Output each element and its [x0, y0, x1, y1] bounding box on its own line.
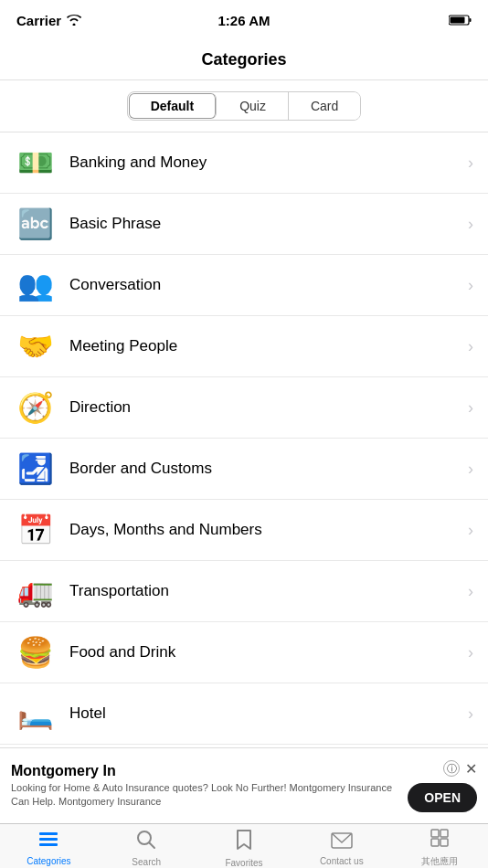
- ad-title: Montgomery In: [11, 763, 398, 779]
- status-bar: Carrier 1:26 AM: [0, 0, 488, 40]
- category-item-transportation[interactable]: 🚛 Transportation ›: [0, 561, 488, 622]
- chevron-icon-food-drink: ›: [468, 643, 473, 662]
- svg-rect-5: [39, 843, 58, 846]
- status-right: [449, 15, 472, 26]
- tab-search[interactable]: Search: [98, 826, 196, 867]
- tab-bar: Categories Search Favorites Contact us: [0, 823, 488, 868]
- category-icon-basic-phrase: 🔤: [15, 203, 57, 245]
- svg-rect-11: [431, 839, 439, 846]
- ad-close-button[interactable]: ✕: [465, 760, 477, 778]
- chevron-icon-basic-phrase: ›: [468, 215, 473, 234]
- category-label-direction: Direction: [69, 398, 468, 417]
- favorites-tab-icon: [236, 829, 252, 851]
- category-item-days-months[interactable]: 📅 Days, Months and Numbers ›: [0, 500, 488, 561]
- category-icon-border-customs: 🛃: [15, 448, 57, 490]
- tab-contact[interactable]: Contact us: [292, 827, 390, 866]
- category-icon-conversation: 👥: [15, 264, 57, 306]
- category-item-direction[interactable]: 🧭 Direction ›: [0, 377, 488, 439]
- category-item-basic-phrase[interactable]: 🔤 Basic Phrase ›: [0, 194, 488, 255]
- category-item-banking[interactable]: 💵 Banking and Money ›: [0, 132, 488, 194]
- category-icon-banking: 💵: [15, 142, 57, 184]
- page-title: Categories: [201, 50, 286, 69]
- segment-quiz[interactable]: Quiz: [217, 92, 289, 120]
- category-label-transportation: Transportation: [69, 582, 468, 600]
- ad-open-button[interactable]: OPEN: [408, 783, 477, 812]
- nav-bar: Categories: [0, 40, 488, 80]
- tab-label-search: Search: [132, 857, 161, 867]
- category-icon-days-months: 📅: [15, 509, 57, 551]
- svg-rect-2: [451, 17, 465, 24]
- tab-label-other: 其他應用: [421, 855, 458, 868]
- chevron-icon-border-customs: ›: [468, 460, 473, 479]
- svg-rect-12: [440, 839, 448, 846]
- tab-icon-favorites: [236, 829, 252, 856]
- ad-description: Looking for Home & Auto Insurance quotes…: [11, 781, 398, 810]
- category-label-food-drink: Food and Drink: [69, 643, 468, 662]
- svg-line-7: [150, 842, 155, 848]
- tab-icon-contact: [331, 831, 353, 854]
- wifi-icon: [67, 15, 81, 26]
- category-icon-hotel: 🛏️: [15, 693, 57, 735]
- chevron-icon-hotel: ›: [468, 704, 473, 724]
- tab-label-favorites: Favorites: [225, 858, 262, 868]
- chevron-icon-meeting-people: ›: [468, 337, 473, 356]
- ad-content: Montgomery In Looking for Home & Auto In…: [11, 763, 398, 810]
- ad-info-close: ⓘ ✕: [443, 760, 477, 778]
- tab-label-contact: Contact us: [320, 856, 364, 866]
- categories-list: 💵 Banking and Money › 🔤 Basic Phrase › 👥…: [0, 132, 488, 751]
- segment-container: Default Quiz Card: [0, 80, 488, 132]
- category-icon-transportation: 🚛: [15, 570, 57, 612]
- tab-favorites[interactable]: Favorites: [196, 825, 293, 868]
- category-label-meeting-people: Meeting People: [69, 337, 468, 355]
- category-item-conversation[interactable]: 👥 Conversation ›: [0, 255, 488, 316]
- category-icon-meeting-people: 🤝: [15, 325, 57, 367]
- status-time: 1:26 AM: [218, 13, 271, 28]
- svg-rect-9: [431, 830, 439, 837]
- ad-banner: Montgomery In Looking for Home & Auto In…: [0, 747, 488, 823]
- tab-categories[interactable]: Categories: [0, 827, 98, 866]
- battery-icon: [449, 15, 472, 26]
- ad-info-button[interactable]: ⓘ: [443, 760, 460, 777]
- chevron-icon-conversation: ›: [468, 276, 473, 295]
- category-item-food-drink[interactable]: 🍔 Food and Drink ›: [0, 622, 488, 683]
- category-label-hotel: Hotel: [69, 704, 468, 723]
- tab-icon-search: [136, 830, 156, 855]
- category-item-hotel[interactable]: 🛏️ Hotel ›: [0, 683, 488, 745]
- svg-rect-3: [39, 832, 58, 835]
- category-label-banking: Banking and Money: [69, 153, 468, 172]
- svg-rect-4: [39, 838, 58, 841]
- ad-actions: ⓘ ✕ OPEN: [408, 760, 477, 812]
- category-label-basic-phrase: Basic Phrase: [69, 215, 468, 233]
- chevron-icon-transportation: ›: [468, 582, 473, 601]
- segment-default[interactable]: Default: [129, 93, 217, 119]
- category-item-border-customs[interactable]: 🛃 Border and Customs ›: [0, 439, 488, 500]
- chevron-icon-direction: ›: [468, 398, 473, 418]
- tab-icon-other: [430, 828, 450, 853]
- category-icon-direction: 🧭: [15, 386, 57, 429]
- svg-rect-10: [440, 830, 448, 837]
- segment-control: Default Quiz Card: [127, 91, 362, 121]
- category-item-meeting-people[interactable]: 🤝 Meeting People ›: [0, 316, 488, 377]
- category-label-conversation: Conversation: [69, 276, 468, 294]
- status-left: Carrier: [16, 13, 81, 28]
- search-tab-icon: [136, 830, 156, 850]
- tab-other[interactable]: 其他應用: [390, 824, 488, 868]
- tab-label-categories: Categories: [27, 856, 70, 866]
- tab-icon-categories: [37, 831, 59, 854]
- chevron-icon-days-months: ›: [468, 521, 473, 540]
- svg-rect-1: [470, 18, 472, 22]
- categories-tab-icon: [37, 831, 59, 849]
- other-tab-icon: [430, 828, 450, 848]
- carrier-label: Carrier: [16, 13, 61, 28]
- category-icon-food-drink: 🍔: [15, 631, 57, 673]
- category-label-days-months: Days, Months and Numbers: [69, 521, 468, 539]
- segment-card[interactable]: Card: [289, 92, 360, 120]
- category-label-border-customs: Border and Customs: [69, 460, 468, 478]
- contact-tab-icon: [331, 832, 353, 849]
- chevron-icon-banking: ›: [468, 153, 473, 173]
